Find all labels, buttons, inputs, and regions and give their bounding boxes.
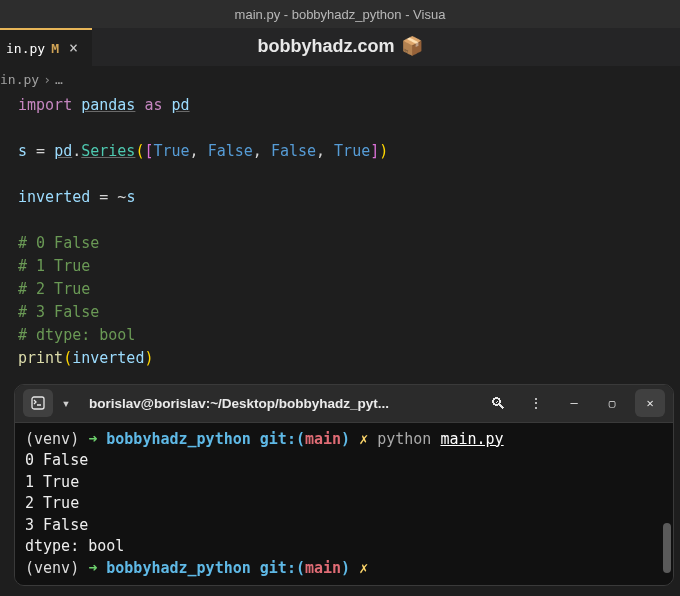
var-s: s	[18, 142, 27, 160]
breadcrumb-separator: ›	[43, 72, 51, 87]
module-alias: pd	[172, 96, 190, 114]
terminal-menu-button[interactable]: ⋮	[521, 389, 551, 417]
terminal-line: (venv) ➜ bobbyhadz_python git:(main) ✗ p…	[25, 429, 663, 451]
code-line: inverted = ~s	[18, 186, 680, 209]
terminal-header: ▾ borislav@borislav:~/Desktop/bobbyhadz_…	[15, 385, 673, 423]
terminal-output-line: 2 True	[25, 493, 663, 515]
code-blank-line	[18, 163, 680, 186]
ref-pd: pd	[54, 142, 72, 160]
terminal-output-line: 0 False	[25, 450, 663, 472]
close-icon: ✕	[646, 396, 653, 410]
breadcrumb-more: …	[55, 72, 63, 87]
breadcrumb-file: in.py	[0, 72, 39, 87]
terminal-search-button[interactable]: 🔍︎	[483, 389, 513, 417]
var-inverted: inverted	[18, 188, 90, 206]
search-icon: 🔍︎	[490, 394, 506, 413]
watermark-text: bobbyhadz.com	[257, 36, 394, 57]
terminal-maximize-button[interactable]: ▢	[597, 389, 627, 417]
code-comment: # 2 True	[18, 278, 680, 301]
watermark: bobbyhadz.com 📦	[257, 35, 422, 57]
terminal-output-line: 1 True	[25, 472, 663, 494]
module-name: pandas	[81, 96, 135, 114]
code-comment: # dtype: bool	[18, 324, 680, 347]
breadcrumb[interactable]: in.py › …	[0, 66, 680, 90]
chevron-down-icon: ▾	[62, 395, 70, 411]
code-line: s = pd.Series([True, False, False, True]…	[18, 140, 680, 163]
code-comment: # 3 False	[18, 301, 680, 324]
class-series: Series	[81, 142, 135, 160]
svg-rect-0	[32, 397, 44, 409]
terminal-close-button[interactable]: ✕	[635, 389, 665, 417]
terminal-minimize-button[interactable]: —	[559, 389, 589, 417]
terminal-line: (venv) ➜ bobbyhadz_python git:(main) ✗	[25, 558, 663, 580]
keyword-import: import	[18, 96, 72, 114]
code-comment: # 1 True	[18, 255, 680, 278]
window-title: main.py - bobbyhadz_python - Visua	[235, 7, 446, 22]
tab-close-button[interactable]: ×	[65, 39, 82, 57]
terminal-panel: ▾ borislav@borislav:~/Desktop/bobbyhadz_…	[14, 384, 674, 586]
code-blank-line	[18, 209, 680, 232]
window-title-bar: main.py - bobbyhadz_python - Visua	[0, 0, 680, 28]
editor-tab-main[interactable]: in.py M ×	[0, 28, 92, 66]
minimize-icon: —	[570, 396, 577, 410]
maximize-icon: ▢	[609, 397, 616, 410]
code-line: print(inverted)	[18, 347, 680, 370]
kebab-menu-icon: ⋮	[529, 395, 543, 411]
terminal-body[interactable]: (venv) ➜ bobbyhadz_python git:(main) ✗ p…	[15, 423, 673, 586]
terminal-dropdown-button[interactable]: ▾	[57, 389, 75, 417]
code-comment: # 0 False	[18, 232, 680, 255]
terminal-scrollbar[interactable]	[663, 523, 671, 573]
terminal-title: borislav@borislav:~/Desktop/bobbyhadz_py…	[83, 396, 475, 411]
code-line: import pandas as pd	[18, 94, 680, 117]
fn-print: print	[18, 349, 63, 367]
terminal-output-line: dtype: bool	[25, 536, 663, 558]
code-blank-line	[18, 117, 680, 140]
keyword-as: as	[144, 96, 162, 114]
cube-icon: 📦	[401, 35, 423, 57]
tab-modified-indicator: M	[51, 41, 59, 56]
terminal-output-line: 3 False	[25, 515, 663, 537]
tab-filename: in.py	[6, 41, 45, 56]
terminal-icon	[31, 396, 45, 410]
terminal-new-tab-button[interactable]	[23, 389, 53, 417]
code-editor[interactable]: import pandas as pd s = pd.Series([True,…	[0, 90, 680, 370]
